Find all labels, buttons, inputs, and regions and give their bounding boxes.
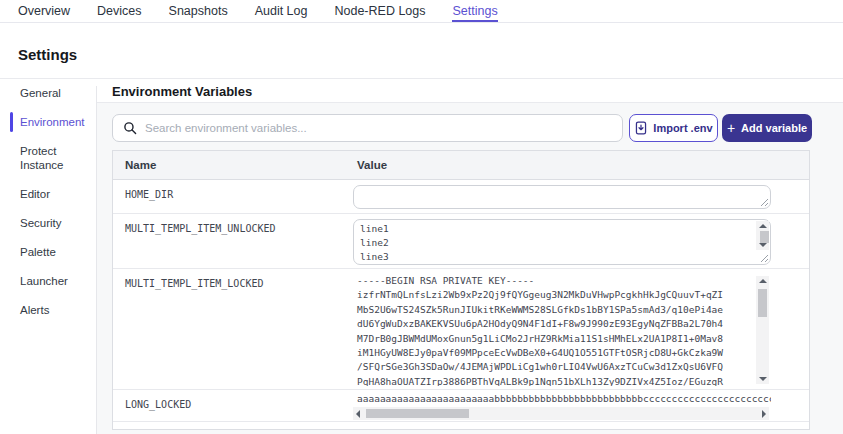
scroll-left-arrow-icon[interactable]	[356, 410, 360, 418]
env-var-value-locked[interactable]: -----BEGIN RSA PRIVATE KEY----- izfrNTmQ…	[353, 274, 771, 386]
add-variable-button[interactable]: + Add variable	[722, 114, 812, 142]
env-var-value-wrapper: line1 line2 line3 line4	[353, 219, 771, 265]
import-env-label: Import .env	[653, 122, 712, 134]
sidebar-item-palette[interactable]: Palette	[0, 245, 90, 259]
sidebar-item-protect-instance[interactable]: Protect Instance	[0, 144, 90, 172]
table-row: LONG_LOCKED aaaaaaaaaaaaaaaaaaaaaaaabbbb…	[113, 390, 809, 422]
import-env-button[interactable]: Import .env	[629, 114, 718, 142]
sidebar-item-general[interactable]: General	[0, 86, 90, 100]
scrollbar-thumb[interactable]	[760, 231, 769, 243]
settings-sidebar: General Environment Protect Instance Edi…	[0, 86, 96, 332]
add-variable-label: Add variable	[741, 122, 807, 134]
scroll-up-arrow-icon[interactable]	[759, 279, 767, 283]
resize-handle-icon[interactable]	[760, 198, 769, 207]
scroll-up-arrow-icon[interactable]	[759, 224, 767, 228]
tab-snapshots[interactable]: Snapshots	[169, 0, 228, 22]
table-row: HOME_DIR	[113, 180, 809, 214]
search-box	[112, 114, 623, 142]
env-var-value-locked[interactable]: aaaaaaaaaaaaaaaaaaaaaaaabbbbbbbbbbbbbbbb…	[353, 393, 771, 407]
title-divider	[0, 78, 843, 79]
scrollbar-thumb[interactable]	[366, 409, 469, 418]
tab-settings[interactable]: Settings	[452, 0, 497, 22]
env-var-name: HOME_DIR	[125, 189, 173, 200]
search-icon	[123, 121, 137, 135]
column-header-name: Name	[113, 159, 357, 171]
tab-audit-log[interactable]: Audit Log	[255, 0, 308, 22]
tab-node-red-logs[interactable]: Node-RED Logs	[334, 0, 425, 22]
active-indicator-bar	[10, 112, 13, 132]
section-divider	[97, 102, 843, 103]
horizontal-scrollbar[interactable]	[353, 407, 769, 420]
env-var-name: MULTI_TEMPL_ITEM_LOCKED	[125, 278, 263, 289]
instance-tab-bar: Overview Devices Snapshots Audit Log Nod…	[0, 0, 843, 23]
scroll-down-arrow-icon[interactable]	[759, 243, 767, 247]
page-title: Settings	[18, 46, 77, 63]
sidebar-item-launcher[interactable]: Launcher	[0, 274, 90, 288]
sidebar-item-editor[interactable]: Editor	[0, 187, 90, 201]
sidebar-item-alerts[interactable]: Alerts	[0, 303, 90, 317]
resize-handle-icon[interactable]	[760, 254, 769, 263]
section-title: Environment Variables	[112, 84, 252, 99]
env-var-name: MULTI_TEMPL_ITEM_UNLOCKED	[125, 223, 276, 234]
table-row: MULTI_TEMPL_ITEM_LOCKED -----BEGIN RSA P…	[113, 269, 809, 390]
env-var-value-wrapper	[353, 185, 771, 209]
sidebar-item-label: Environment	[20, 116, 85, 128]
sidebar-item-environment[interactable]: Environment	[0, 115, 90, 129]
env-variables-table: Name Value HOME_DIR MULTI_TEMPL_ITEM_UNL…	[112, 150, 810, 430]
scrollbar-thumb[interactable]	[758, 289, 767, 317]
table-row	[113, 422, 809, 430]
table-header-row: Name Value	[113, 151, 809, 180]
scroll-right-arrow-icon[interactable]	[762, 410, 766, 418]
instance-settings-page: Overview Devices Snapshots Audit Log Nod…	[0, 0, 843, 434]
env-var-value-input[interactable]: line1 line2 line3 line4	[353, 219, 771, 265]
tab-devices[interactable]: Devices	[97, 0, 141, 22]
env-var-name: LONG_LOCKED	[125, 399, 191, 410]
table-row: MULTI_TEMPL_ITEM_UNLOCKED line1 line2 li…	[113, 214, 809, 269]
rsa-private-key-text: -----BEGIN RSA PRIVATE KEY----- izfrNTmQ…	[353, 274, 771, 386]
search-input[interactable]	[145, 122, 622, 134]
sidebar-item-security[interactable]: Security	[0, 216, 90, 230]
env-var-value-input[interactable]	[353, 185, 771, 209]
document-download-icon	[634, 121, 648, 135]
scroll-down-arrow-icon[interactable]	[759, 377, 767, 381]
tab-overview[interactable]: Overview	[18, 0, 70, 22]
column-header-value: Value	[357, 159, 387, 171]
plus-icon: +	[727, 121, 735, 135]
